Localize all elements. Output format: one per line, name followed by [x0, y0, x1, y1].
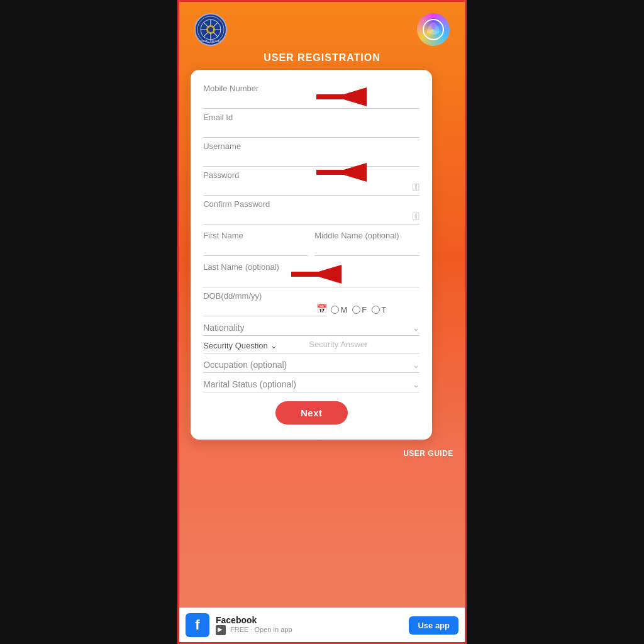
confirm-password-field: Confirm Password 👁⃠: [203, 199, 419, 225]
confirm-password-input[interactable]: [203, 210, 419, 225]
gender-other-radio[interactable]: [372, 306, 380, 314]
gender-group: M F T: [331, 294, 419, 314]
right-logo: [417, 13, 450, 46]
mobile-number-label: Mobile Number: [203, 84, 419, 93]
last-name-label: Last Name (optional): [203, 262, 419, 272]
svg-point-3: [208, 27, 213, 32]
facebook-text-block: Facebook FREE · Open in app: [216, 615, 402, 635]
first-name-input[interactable]: [203, 242, 308, 256]
nationality-chevron-icon: ⌄: [413, 323, 419, 333]
confirm-password-label: Confirm Password: [203, 199, 419, 209]
middle-name-input[interactable]: [314, 242, 419, 256]
facebook-subtitle-text: FREE · Open in app: [230, 626, 292, 633]
right-logo-inner: [422, 18, 445, 41]
nationality-dropdown[interactable]: Nationality ⌄: [203, 319, 419, 336]
dob-input[interactable]: [203, 302, 316, 316]
gender-male-text: M: [340, 305, 347, 314]
marital-status-dropdown[interactable]: Marital Status (optional) ⌄: [203, 375, 419, 392]
password-label: Password: [203, 170, 419, 180]
facebook-title: Facebook: [216, 615, 402, 625]
password-input[interactable]: [203, 181, 419, 196]
gender-other-text: T: [381, 305, 386, 314]
occupation-dropdown[interactable]: Occupation (optional) ⌄: [203, 356, 419, 373]
email-label: Email Id: [203, 113, 419, 122]
dob-label: DOB(dd/mm/yy): [203, 291, 327, 301]
facebook-use-app-button[interactable]: Use app: [409, 616, 458, 635]
mobile-number-input[interactable]: [203, 94, 419, 109]
form-card-wrap: Mobile Number Email Id Username Password…: [191, 70, 453, 445]
facebook-logo: f: [186, 613, 209, 637]
security-question-dropdown[interactable]: Security Question ⌄: [203, 341, 304, 350]
page-title: USER REGISTRATION: [264, 52, 380, 64]
form-card: Mobile Number Email Id Username Password…: [191, 70, 432, 440]
middle-name-field: Middle Name (optional): [314, 227, 419, 256]
first-name-field: First Name: [203, 227, 308, 256]
first-name-label: First Name: [203, 231, 308, 240]
nationality-label: Nationality: [203, 323, 244, 333]
gender-male-radio[interactable]: [331, 306, 339, 314]
header-row: INDIAN RAILWAY: [179, 2, 465, 52]
facebook-subtitle: FREE · Open in app: [216, 625, 402, 635]
left-logo: INDIAN RAILWAY: [194, 13, 227, 46]
marital-status-chevron-icon: ⌄: [413, 380, 419, 389]
occupation-label: Occupation (optional): [203, 360, 287, 370]
security-answer-input[interactable]: [309, 338, 419, 350]
gender-female-text: F: [362, 305, 367, 314]
user-guide-row: USER GUIDE: [191, 445, 453, 461]
mobile-number-field: Mobile Number: [203, 84, 419, 109]
password-eye-icon[interactable]: 👁⃠: [413, 182, 420, 193]
play-icon: [216, 625, 226, 635]
name-row: First Name Middle Name (optional): [203, 227, 419, 258]
security-question-chevron-icon: ⌄: [270, 341, 277, 350]
username-field: Username: [203, 142, 419, 167]
gender-female-label[interactable]: F: [352, 305, 367, 314]
marital-status-label: Marital Status (optional): [203, 379, 296, 389]
password-field: Password 👁⃠: [203, 170, 419, 196]
last-name-field: Last Name (optional): [203, 262, 419, 287]
gender-other-label[interactable]: T: [372, 305, 386, 314]
occupation-chevron-icon: ⌄: [413, 360, 419, 370]
username-input[interactable]: [203, 152, 419, 167]
confirm-password-eye-icon[interactable]: 👁⃠: [413, 211, 420, 222]
security-row: Security Question ⌄: [203, 338, 419, 353]
security-question-label: Security Question: [203, 341, 268, 350]
dob-gender-row: DOB(dd/mm/yy) 📅 M F: [203, 291, 419, 316]
facebook-banner: f Facebook FREE · Open in app Use app: [179, 608, 465, 642]
phone-container: INDIAN RAILWAY USER REGISTRATION: [177, 0, 467, 644]
username-label: Username: [203, 142, 419, 151]
dob-field: DOB(dd/mm/yy) 📅: [203, 291, 327, 316]
gender-male-label[interactable]: M: [331, 305, 347, 314]
dob-input-wrap: 📅: [203, 302, 327, 316]
user-guide-link[interactable]: USER GUIDE: [403, 449, 453, 458]
gender-female-radio[interactable]: [352, 306, 360, 314]
email-field: Email Id: [203, 113, 419, 138]
last-name-input[interactable]: [203, 273, 419, 287]
email-input[interactable]: [203, 123, 419, 138]
next-button[interactable]: Next: [275, 401, 348, 425]
middle-name-label: Middle Name (optional): [314, 231, 419, 240]
calendar-icon[interactable]: 📅: [316, 304, 327, 314]
svg-text:INDIAN RAILWAY: INDIAN RAILWAY: [201, 40, 221, 43]
